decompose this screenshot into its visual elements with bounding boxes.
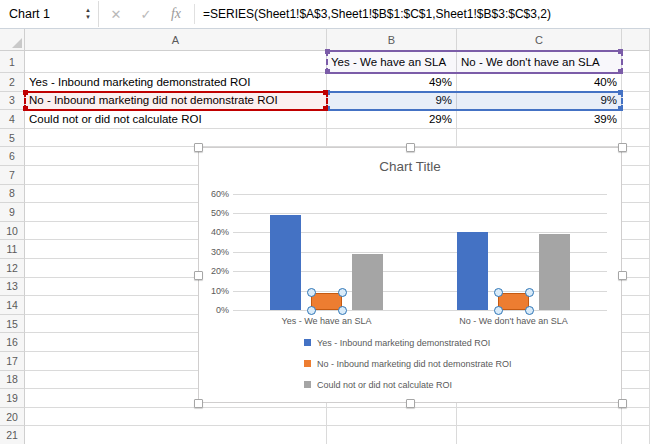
- chart-title[interactable]: Chart Title: [199, 159, 621, 174]
- cell-D3[interactable]: [622, 92, 650, 111]
- data-point-selection-handle[interactable]: [338, 306, 347, 315]
- cell-C1[interactable]: No - We don't have an SLA: [457, 51, 622, 73]
- row-header-21[interactable]: 21: [0, 426, 25, 444]
- cell-D17[interactable]: [622, 352, 650, 371]
- cell-D2[interactable]: [622, 73, 650, 92]
- cell-D10[interactable]: [622, 222, 650, 241]
- row-header-10[interactable]: 10: [0, 222, 25, 241]
- cell-A4[interactable]: Could not or did not calculate ROI: [25, 110, 327, 129]
- row-header-7[interactable]: 7: [0, 166, 25, 185]
- cell-A20[interactable]: [25, 408, 327, 427]
- name-box-spinner[interactable]: ▲ ▼: [80, 0, 96, 28]
- chart-selection-handle[interactable]: [194, 399, 203, 408]
- row-header-17[interactable]: 17: [0, 352, 25, 371]
- cell-C2[interactable]: 40%: [457, 73, 622, 92]
- cell-B2[interactable]: 49%: [327, 73, 457, 92]
- bar-series1-cat1[interactable]: [270, 215, 301, 310]
- chart-selection-handle[interactable]: [406, 143, 415, 152]
- bar-series2-cat2[interactable]: [498, 293, 529, 310]
- cell-D20[interactable]: [622, 408, 650, 427]
- data-point-selection-handle[interactable]: [338, 288, 347, 297]
- spinner-up-icon[interactable]: ▲: [85, 7, 91, 14]
- y-axis-tick-label[interactable]: 50%: [201, 208, 229, 218]
- row-header-15[interactable]: 15: [0, 315, 25, 334]
- bar-series3-cat1[interactable]: [352, 254, 383, 310]
- cell-D1[interactable]: [622, 51, 650, 73]
- y-axis-tick-label[interactable]: 30%: [201, 247, 229, 257]
- cell-B21[interactable]: [327, 426, 457, 444]
- cell-D11[interactable]: [622, 240, 650, 259]
- cancel-icon[interactable]: ✕: [101, 0, 131, 28]
- cell-D8[interactable]: [622, 185, 650, 204]
- cell-A2[interactable]: Yes - Inbound marketing demonstrated ROI: [25, 73, 327, 92]
- row-header-18[interactable]: 18: [0, 371, 25, 390]
- cell-B3[interactable]: 9%: [327, 92, 457, 111]
- row-header-13[interactable]: 13: [0, 278, 25, 297]
- chart-selection-handle[interactable]: [406, 399, 415, 408]
- legend-entry[interactable]: Could not or did not calculate ROI: [304, 374, 512, 395]
- cell-C4[interactable]: 39%: [457, 110, 622, 129]
- cell-C3[interactable]: 9%: [457, 92, 622, 111]
- chart-selection-handle[interactable]: [618, 399, 627, 408]
- legend-entry[interactable]: No - Inbound marketing did not demonstra…: [304, 353, 512, 374]
- chart-selection-handle[interactable]: [618, 143, 627, 152]
- row-header-9[interactable]: 9: [0, 203, 25, 222]
- cell-D16[interactable]: [622, 333, 650, 352]
- cell-D9[interactable]: [622, 203, 650, 222]
- data-point-selection-handle[interactable]: [307, 288, 316, 297]
- cell-C20[interactable]: [457, 408, 622, 427]
- x-axis-category-label[interactable]: Yes - We have an SLA: [233, 316, 420, 326]
- cell-C5[interactable]: [457, 129, 622, 148]
- y-axis-tick-label[interactable]: 10%: [201, 286, 229, 296]
- cell-B1[interactable]: Yes - We have an SLA: [327, 51, 457, 73]
- chart-object[interactable]: Chart Title Yes - Inbound marketing demo…: [198, 147, 622, 403]
- row-header-16[interactable]: 16: [0, 333, 25, 352]
- cell-D18[interactable]: [622, 371, 650, 390]
- column-header-D[interactable]: [622, 29, 650, 51]
- column-header-A[interactable]: A: [25, 29, 327, 51]
- cell-D4[interactable]: [622, 110, 650, 129]
- row-header-2[interactable]: 2: [0, 73, 25, 92]
- row-header-4[interactable]: 4: [0, 110, 25, 129]
- insert-function-icon[interactable]: fx: [161, 0, 191, 28]
- y-axis-tick-label[interactable]: 60%: [201, 189, 229, 199]
- row-header-19[interactable]: 19: [0, 389, 25, 408]
- cell-D14[interactable]: [622, 296, 650, 315]
- row-header-8[interactable]: 8: [0, 185, 25, 204]
- y-axis-tick-label[interactable]: 0%: [201, 305, 229, 315]
- cell-B5[interactable]: [327, 129, 457, 148]
- data-point-selection-handle[interactable]: [494, 306, 503, 315]
- cell-D15[interactable]: [622, 315, 650, 334]
- data-point-selection-handle[interactable]: [307, 306, 316, 315]
- cell-A3[interactable]: No - Inbound marketing did not demonstra…: [25, 92, 327, 111]
- name-box[interactable]: Chart 1: [0, 0, 80, 28]
- legend-entry[interactable]: Yes - Inbound marketing demonstrated ROI: [304, 332, 512, 353]
- row-header-5[interactable]: 5: [0, 129, 25, 148]
- chart-selection-handle[interactable]: [194, 143, 203, 152]
- column-header-C[interactable]: C: [457, 29, 622, 51]
- bar-series2-cat1[interactable]: [311, 293, 342, 310]
- select-all-corner[interactable]: [0, 29, 25, 51]
- cell-B4[interactable]: 29%: [327, 110, 457, 129]
- chart-selection-handle[interactable]: [194, 271, 203, 280]
- cell-A21[interactable]: [25, 426, 327, 444]
- data-point-selection-handle[interactable]: [525, 306, 534, 315]
- row-header-6[interactable]: 6: [0, 147, 25, 166]
- row-header-20[interactable]: 20: [0, 408, 25, 427]
- column-header-B[interactable]: B: [327, 29, 457, 51]
- cell-A5[interactable]: [25, 129, 327, 148]
- cell-B20[interactable]: [327, 408, 457, 427]
- row-header-14[interactable]: 14: [0, 296, 25, 315]
- chart-selection-handle[interactable]: [618, 271, 627, 280]
- y-axis-tick-label[interactable]: 20%: [201, 266, 229, 276]
- x-axis-category-label[interactable]: No - We don't have an SLA: [420, 316, 607, 326]
- row-header-11[interactable]: 11: [0, 240, 25, 259]
- cell-A1[interactable]: [25, 51, 327, 73]
- row-header-12[interactable]: 12: [0, 259, 25, 278]
- enter-icon[interactable]: ✓: [131, 0, 161, 28]
- bar-series1-cat2[interactable]: [457, 232, 488, 310]
- bar-series3-cat2[interactable]: [539, 234, 570, 310]
- data-point-selection-handle[interactable]: [525, 288, 534, 297]
- y-axis-tick-label[interactable]: 40%: [201, 227, 229, 237]
- cell-D13[interactable]: [622, 278, 650, 297]
